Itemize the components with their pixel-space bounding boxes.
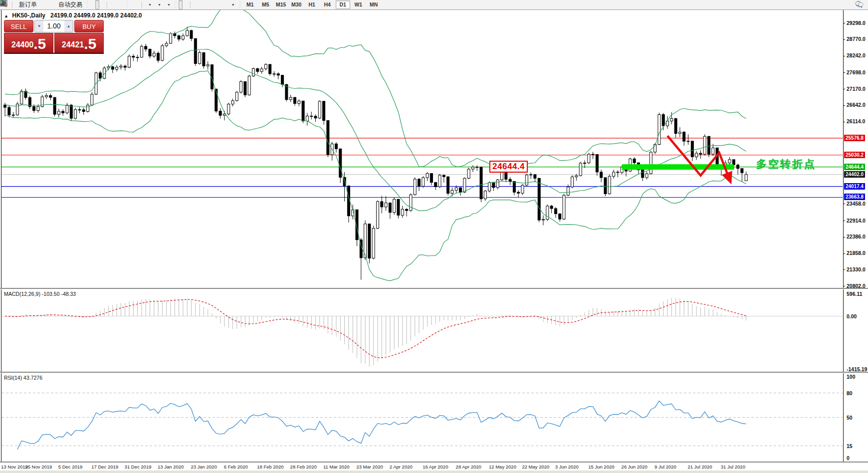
volume-stepper: ▼ 1.00 ▲ <box>34 20 73 32</box>
price-tick-label: 27698.0 <box>847 69 866 75</box>
volume-decrease-button[interactable]: ▼ <box>35 20 43 32</box>
price-axis-border[interactable] <box>843 10 844 462</box>
price-tick-mark <box>843 221 845 221</box>
date-label: 31 Jul 2020 <box>721 464 745 470</box>
date-label: 5 Dec 2019 <box>58 464 83 470</box>
macd-separator[interactable] <box>0 288 868 289</box>
price-tick-mark <box>843 253 845 254</box>
hline-price-label: 25576.8 <box>844 135 865 141</box>
macd-min-label: -1415.19 <box>847 366 867 372</box>
date-axis-border <box>0 462 868 463</box>
hline-price-label: 25030.2 <box>844 152 865 158</box>
symbol-period: HK50-,Daily <box>12 12 45 19</box>
rsi-level-label: 80 <box>847 390 853 396</box>
date-label: 18 Feb 2020 <box>257 464 283 470</box>
hline-price-label: 24017.4 <box>844 183 865 190</box>
hline-price-label: 23663.8 <box>844 194 865 200</box>
price-tick-label: 23458.0 <box>847 201 866 207</box>
one-click-trading-panel: SELL ▼ 1.00 ▲ BUY 24400 .5 24421 .5 <box>4 20 104 54</box>
buy-price-button[interactable]: 24421 .5 <box>54 33 104 53</box>
price-tick-label: 22386.0 <box>847 234 866 239</box>
date-label: 13 Jan 2020 <box>158 464 184 470</box>
price-tick-label: 20802.0 <box>847 283 866 289</box>
rsi-level-label: 100 <box>847 374 856 380</box>
price-tick-label: 28242.0 <box>847 52 866 58</box>
date-label: 11 Mar 2020 <box>323 464 350 470</box>
date-label: 9 Jul 2020 <box>654 464 676 470</box>
price-tick-mark <box>843 72 845 73</box>
rsi-label: RSI(14) 43.7276 <box>4 375 42 381</box>
date-label: 12 May 2020 <box>489 464 516 470</box>
date-label: 26 Jun 2020 <box>622 464 648 470</box>
buy-button[interactable]: BUY <box>74 20 104 32</box>
ohlc-values: 24199.0 24499.0 24199.0 24402.0 <box>50 12 142 19</box>
current-price-label: 24402.0 <box>844 171 865 178</box>
date-label: 22 May 2020 <box>522 464 549 470</box>
volume-input[interactable]: 1.00 <box>43 20 64 32</box>
date-label: 2 Apr 2020 <box>390 464 413 470</box>
price-tick-mark <box>843 23 845 23</box>
macd-label: MACD(12,26,9) -103.50 -48.33 <box>4 291 76 297</box>
macd-zero-label: 0.00 <box>847 313 857 319</box>
price-tick-label: 22914.0 <box>847 218 866 224</box>
price-tick-label: 21858.0 <box>847 250 866 256</box>
sell-price-button[interactable]: 24400 .5 <box>4 33 53 53</box>
hline-price-label: 24644.4 <box>844 164 865 170</box>
price-tick-mark <box>843 237 845 237</box>
price-tick-label: 28770.0 <box>847 36 866 42</box>
price-tick-label: 29298.0 <box>847 20 866 26</box>
collapse-icon[interactable]: ▲ <box>4 13 8 18</box>
date-label: 23 Mar 2020 <box>356 464 383 470</box>
price-tick-mark <box>843 39 845 40</box>
price-tick-label: 27170.0 <box>847 86 866 92</box>
rsi-level-label: 0 <box>847 455 850 461</box>
price-tick-label: 26114.0 <box>847 118 865 124</box>
buy-price-main: 24421 <box>62 38 84 51</box>
rsi-level-label: 15 <box>847 443 853 449</box>
date-label: 6 Feb 2020 <box>224 464 248 470</box>
date-label: 13 Nov 2019 <box>1 464 28 470</box>
volume-increase-button[interactable]: ▲ <box>64 20 73 32</box>
price-tick-mark <box>843 105 845 106</box>
sell-price-fraction: .5 <box>33 36 46 51</box>
price-tick-label: 26642.0 <box>847 102 866 108</box>
date-label: 28 Feb 2020 <box>290 464 317 470</box>
turning-point-annotation[interactable]: 多空转折点 <box>756 157 816 171</box>
price-tick-mark <box>843 269 845 270</box>
price-tick-mark <box>843 204 845 204</box>
date-label: 3 Jun 2020 <box>555 464 579 470</box>
sell-price-main: 24400 <box>11 38 34 51</box>
date-label: 15 Jun 2020 <box>588 464 614 470</box>
price-tick-mark <box>843 122 845 122</box>
window-bottom-strip <box>0 471 868 473</box>
rsi-level-label: 50 <box>847 415 853 421</box>
date-label: 28 Apr 2020 <box>456 464 481 470</box>
chart-left-border <box>1 10 1 462</box>
price-tick-label: 21330.0 <box>847 266 866 272</box>
pivot-price-callout[interactable]: 24644.4 <box>489 161 528 173</box>
chart-surface[interactable] <box>0 0 868 473</box>
buy-price-fraction: .5 <box>84 36 96 51</box>
price-tick-mark <box>843 286 845 286</box>
price-tick-mark <box>843 89 845 89</box>
date-label: 21 Jul 2020 <box>687 464 712 470</box>
date-label: 17 Dec 2019 <box>91 464 118 470</box>
rsi-separator[interactable] <box>0 372 868 373</box>
macd-max-label: 596.11 <box>847 291 863 297</box>
sell-button[interactable]: SELL <box>4 20 33 32</box>
date-label: 23 Jan 2020 <box>191 464 217 470</box>
date-label: 25 Nov 2019 <box>25 464 52 470</box>
chart-title-bar: ▲ HK50-,Daily 24199.0 24499.0 24199.0 24… <box>4 12 142 19</box>
date-label: 31 Dec 2019 <box>125 464 152 470</box>
date-label: 16 Apr 2020 <box>423 464 448 470</box>
price-tick-mark <box>843 56 845 56</box>
